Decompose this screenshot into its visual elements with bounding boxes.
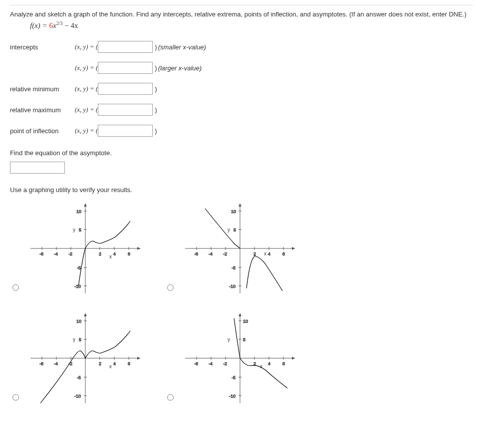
svg-text:-5: -5 bbox=[232, 375, 236, 380]
svg-text:10: 10 bbox=[76, 319, 81, 324]
close-paren: ) bbox=[155, 85, 157, 93]
intercept-smaller-input[interactable] bbox=[98, 41, 153, 53]
graph-radio-1[interactable] bbox=[12, 284, 19, 291]
svg-text:-2: -2 bbox=[68, 251, 72, 256]
poi-input[interactable] bbox=[98, 125, 153, 137]
intercepts-label: intercepts bbox=[10, 43, 75, 51]
intercept-larger-row: (x, y) = ( ) (larger x-value) bbox=[10, 62, 473, 74]
svg-text:6: 6 bbox=[128, 361, 130, 366]
svg-text:4: 4 bbox=[268, 361, 270, 366]
svg-text:10: 10 bbox=[76, 209, 81, 214]
function-equation: f(x) = 6x2/3 − 4x bbox=[30, 19, 473, 31]
svg-text:2: 2 bbox=[253, 251, 256, 256]
rel-min-row: relative minimum (x, y) = ( ) bbox=[10, 83, 473, 95]
close-paren: ) bbox=[155, 127, 157, 135]
problem-statement: Analyze and sketch a graph of the functi… bbox=[10, 5, 473, 31]
graph-radio-2[interactable] bbox=[167, 284, 174, 291]
svg-text:-4: -4 bbox=[209, 251, 213, 256]
svg-marker-29 bbox=[239, 204, 242, 207]
svg-text:6: 6 bbox=[128, 251, 130, 256]
svg-text:-5: -5 bbox=[77, 375, 81, 380]
svg-text:-6: -6 bbox=[39, 361, 43, 366]
asymptote-input[interactable] bbox=[10, 162, 65, 174]
rel-min-label: relative minimum bbox=[10, 85, 75, 93]
xy-prefix: (x, y) = ( bbox=[75, 127, 98, 135]
svg-text:6: 6 bbox=[282, 361, 285, 366]
svg-marker-3 bbox=[84, 204, 87, 207]
svg-text:x: x bbox=[109, 254, 112, 259]
svg-marker-80 bbox=[292, 357, 295, 360]
close-paren: ) bbox=[155, 64, 157, 72]
svg-text:2: 2 bbox=[99, 361, 101, 366]
svg-text:y: y bbox=[73, 337, 75, 342]
svg-text:-10: -10 bbox=[229, 394, 236, 399]
intercept-larger-input[interactable] bbox=[98, 62, 153, 74]
close-paren: ) bbox=[155, 106, 157, 114]
smaller-x-note: (smaller x-value) bbox=[158, 43, 206, 51]
close-paren: ) bbox=[155, 43, 157, 51]
graph-option-4: -6 -4 -2 2 4 6 5 10 -5 -10 y x bbox=[165, 308, 309, 408]
svg-text:-6: -6 bbox=[194, 251, 198, 256]
xy-prefix: (x, y) = ( bbox=[75, 106, 98, 114]
rel-max-label: relative maximum bbox=[10, 106, 75, 114]
svg-text:x: x bbox=[260, 364, 262, 369]
graph-option-1: -6 -4 -2 2 4 6 5 10 -5 -10 y x bbox=[10, 199, 155, 298]
poi-row: point of inflection (x, y) = ( ) bbox=[10, 125, 473, 137]
instructions-text: Analyze and sketch a graph of the functi… bbox=[10, 10, 467, 18]
graph-radio-3[interactable] bbox=[12, 394, 19, 401]
graph-plot-2: -6 -4 -2 2 4 6 5 10 -5 -10 y x bbox=[180, 199, 300, 298]
asymptote-prompt: Find the equation of the asymptote. bbox=[10, 149, 473, 157]
intercept-smaller-row: intercepts (x, y) = ( ) (smaller x-value… bbox=[10, 41, 473, 53]
graph-plot-3: -6 -4 -2 2 4 6 5 10 -5 -10 y x bbox=[25, 308, 145, 408]
graphs-grid: -6 -4 -2 2 4 6 5 10 -5 -10 y x bbox=[10, 199, 473, 408]
rel-min-input[interactable] bbox=[98, 83, 153, 95]
svg-text:-5: -5 bbox=[77, 265, 81, 270]
xy-prefix: (x, y) = ( bbox=[75, 43, 98, 51]
graph-radio-4[interactable] bbox=[167, 394, 174, 401]
graph-option-3: -6 -4 -2 2 4 6 5 10 -5 -10 y x bbox=[10, 308, 155, 408]
svg-text:-6: -6 bbox=[39, 251, 43, 256]
rel-max-row: relative maximum (x, y) = ( ) bbox=[10, 104, 473, 116]
svg-text:4: 4 bbox=[268, 251, 270, 256]
svg-marker-54 bbox=[137, 357, 140, 360]
larger-x-note: (larger x-value) bbox=[158, 64, 202, 72]
svg-text:5: 5 bbox=[243, 337, 245, 342]
svg-text:-10: -10 bbox=[74, 284, 81, 289]
svg-text:10: 10 bbox=[231, 209, 236, 214]
svg-text:y: y bbox=[73, 227, 75, 232]
poi-label: point of inflection bbox=[10, 127, 75, 135]
xy-prefix: (x, y) = ( bbox=[75, 64, 98, 72]
svg-text:10: 10 bbox=[243, 319, 248, 324]
svg-text:-10: -10 bbox=[229, 284, 236, 289]
svg-text:-2: -2 bbox=[223, 251, 227, 256]
svg-text:2: 2 bbox=[99, 251, 101, 256]
svg-text:x: x bbox=[109, 364, 112, 369]
svg-marker-81 bbox=[239, 313, 242, 316]
svg-text:-2: -2 bbox=[223, 361, 227, 366]
svg-text:-4: -4 bbox=[209, 361, 213, 366]
svg-text:5: 5 bbox=[79, 337, 81, 342]
svg-text:y: y bbox=[228, 227, 230, 232]
svg-text:-5: -5 bbox=[232, 265, 236, 270]
svg-text:-4: -4 bbox=[54, 251, 58, 256]
rel-max-input[interactable] bbox=[98, 104, 153, 116]
svg-marker-28 bbox=[292, 247, 295, 250]
svg-text:4: 4 bbox=[113, 251, 116, 256]
svg-text:x: x bbox=[264, 251, 266, 256]
svg-text:-4: -4 bbox=[54, 361, 58, 366]
svg-marker-55 bbox=[84, 313, 87, 316]
inputs-section: intercepts (x, y) = ( ) (smaller x-value… bbox=[10, 41, 473, 137]
verify-prompt: Use a graphing utility to verify your re… bbox=[10, 186, 473, 194]
svg-text:6: 6 bbox=[282, 251, 285, 256]
svg-text:-6: -6 bbox=[194, 361, 198, 366]
svg-text:5: 5 bbox=[79, 227, 81, 232]
graph-plot-1: -6 -4 -2 2 4 6 5 10 -5 -10 y x bbox=[25, 199, 145, 298]
svg-text:4: 4 bbox=[113, 361, 116, 366]
svg-text:y: y bbox=[228, 337, 230, 342]
graph-option-2: -6 -4 -2 2 4 6 5 10 -5 -10 y x bbox=[165, 199, 309, 298]
xy-prefix: (x, y) = ( bbox=[75, 85, 98, 93]
graph-plot-4: -6 -4 -2 2 4 6 5 10 -5 -10 y x bbox=[180, 308, 300, 408]
svg-text:-10: -10 bbox=[74, 394, 81, 399]
svg-text:5: 5 bbox=[234, 227, 236, 232]
svg-marker-2 bbox=[137, 247, 140, 250]
